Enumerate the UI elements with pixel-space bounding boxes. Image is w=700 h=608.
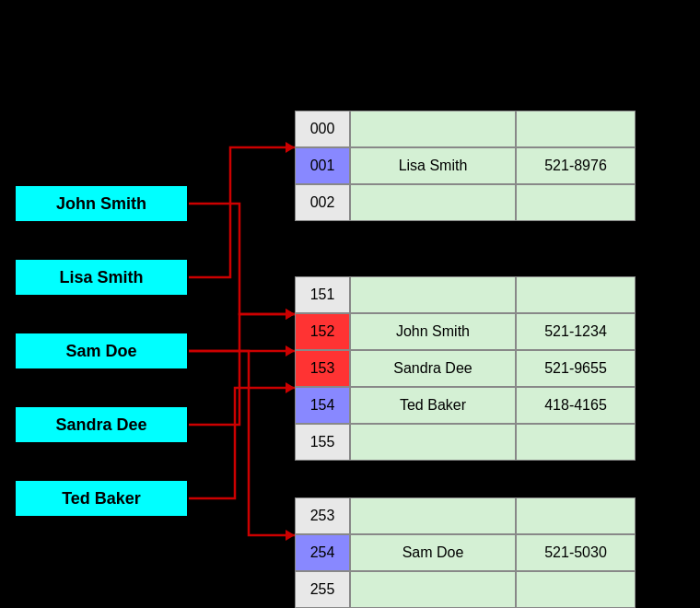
arrow-ted-baker [189, 388, 295, 498]
table-row: 253 [295, 497, 636, 534]
table-row: 151 [295, 276, 636, 313]
name-label-sandra-dee: Sandra Dee [55, 415, 146, 435]
arrowhead-john-smith [286, 309, 295, 320]
name-label-ted-baker: Ted Baker [62, 489, 141, 509]
table-row: 255 [295, 571, 636, 608]
arrowhead-sam-doe-254 [286, 530, 295, 541]
cell-index-155: 155 [295, 424, 350, 461]
arrow-sam-doe-254 [189, 351, 295, 535]
cell-name-151 [350, 276, 516, 313]
cell-phone-154: 418-4165 [516, 387, 636, 424]
table-row: 002 [295, 184, 636, 221]
arrowhead-sam-doe [286, 345, 295, 357]
cell-phone-254: 521-5030 [516, 534, 636, 571]
cell-index-154: 154 [295, 387, 350, 424]
name-label-sam-doe: Sam Doe [65, 342, 136, 361]
cell-name-153: Sandra Dee [350, 350, 516, 387]
cell-phone-253 [516, 497, 636, 534]
arrow-john-smith [189, 204, 295, 314]
cell-name-152: John Smith [350, 313, 516, 350]
table-group-mid: 151 152 John Smith 521-1234 153 Sandra D… [295, 276, 636, 461]
cell-name-254: Sam Doe [350, 534, 516, 571]
cell-name-001: Lisa Smith [350, 147, 516, 184]
cell-index-153: 153 [295, 350, 350, 387]
cell-index-255: 255 [295, 571, 350, 608]
table-row-152: 152 John Smith 521-1234 [295, 313, 636, 350]
cell-index-001: 001 [295, 147, 350, 184]
cell-phone-153: 521-9655 [516, 350, 636, 387]
cell-index-000: 000 [295, 111, 350, 147]
name-label-john-smith: John Smith [56, 194, 146, 214]
main-container: John Smith Lisa Smith Sam Doe Sandra Dee… [0, 0, 700, 608]
name-box-lisa-smith: Lisa Smith [14, 258, 189, 297]
cell-phone-000 [516, 111, 636, 147]
table-row-153: 153 Sandra Dee 521-9655 [295, 350, 636, 387]
cell-phone-002 [516, 184, 636, 221]
name-box-sam-doe: Sam Doe [14, 332, 189, 370]
table-row-254: 254 Sam Doe 521-5030 [295, 534, 636, 571]
table-row: 155 [295, 424, 636, 461]
cell-index-152: 152 [295, 313, 350, 350]
arrow-sandra-dee [189, 314, 295, 425]
cell-name-154: Ted Baker [350, 387, 516, 424]
name-box-john-smith: John Smith [14, 184, 189, 223]
arrowhead-lisa-smith [286, 142, 295, 153]
cell-index-002: 002 [295, 184, 350, 221]
name-box-sandra-dee: Sandra Dee [14, 405, 189, 444]
name-label-lisa-smith: Lisa Smith [59, 268, 143, 287]
cell-name-155 [350, 424, 516, 461]
name-box-ted-baker: Ted Baker [14, 479, 189, 518]
table-group-top: 000 001 Lisa Smith 521-8976 002 [295, 111, 636, 221]
cell-phone-151 [516, 276, 636, 313]
cell-phone-001: 521-8976 [516, 147, 636, 184]
arrow-lisa-smith [189, 147, 295, 277]
arrowhead-ted-baker [286, 382, 295, 393]
cell-name-002 [350, 184, 516, 221]
cell-name-000 [350, 111, 516, 147]
cell-index-254: 254 [295, 534, 350, 571]
cell-phone-255 [516, 571, 636, 608]
cell-name-255 [350, 571, 516, 608]
cell-index-151: 151 [295, 276, 350, 313]
cell-name-253 [350, 497, 516, 534]
cell-phone-152: 521-1234 [516, 313, 636, 350]
table-group-bot: 253 254 Sam Doe 521-5030 255 [295, 497, 636, 608]
cell-phone-155 [516, 424, 636, 461]
table-row: 000 [295, 111, 636, 147]
arrowhead-sandra-dee [286, 309, 295, 320]
table-row-154: 154 Ted Baker 418-4165 [295, 387, 636, 424]
table-row: 001 Lisa Smith 521-8976 [295, 147, 636, 184]
cell-index-253: 253 [295, 497, 350, 534]
